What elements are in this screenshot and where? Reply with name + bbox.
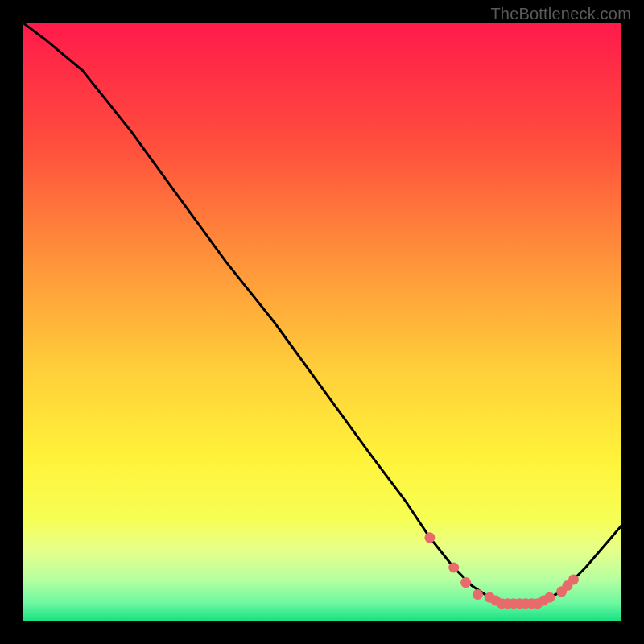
data-marker [473,589,483,600]
data-marker [568,574,579,584]
bottleneck-curve [23,23,621,621]
chart-frame: TheBottleneck.com [0,0,644,644]
curve-path [23,23,621,604]
data-marker [424,532,435,543]
watermark-text: TheBottleneck.com [490,5,631,23]
plot-area [23,23,621,621]
data-marker [460,577,471,588]
data-marker [448,563,459,573]
data-marker [544,592,555,603]
